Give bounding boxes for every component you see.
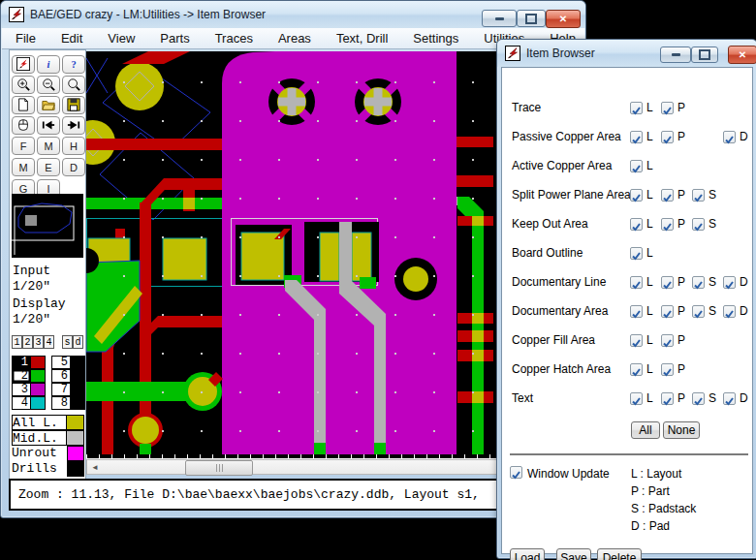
checkbox-text-s[interactable] <box>692 392 705 405</box>
close-button[interactable]: ✕ <box>546 10 581 28</box>
palette-swatch-4[interactable] <box>31 396 46 410</box>
toolbar-button-m-1[interactable]: M <box>37 137 60 155</box>
toolbar-button-prev-arrow[interactable] <box>37 116 60 135</box>
palette-number-3[interactable]: 3 <box>12 383 31 396</box>
palette-swatch-1[interactable] <box>31 356 46 369</box>
checkbox-passive-copper-area-l[interactable] <box>630 131 643 143</box>
checkbox-keep-out-area-p[interactable] <box>661 218 674 231</box>
board-overview-preview[interactable] <box>12 194 83 258</box>
dialog-minimize-button[interactable] <box>660 47 691 63</box>
load-button[interactable]: Load <box>510 548 545 560</box>
palette-swatch-5[interactable] <box>71 356 85 369</box>
checkbox-board-outline-l[interactable] <box>630 247 643 260</box>
scrollbar-thumb[interactable] <box>185 460 253 476</box>
palette-number-1[interactable]: 1 <box>12 356 31 369</box>
palette-number-7[interactable]: 7 <box>51 383 71 396</box>
checkbox-text-d[interactable] <box>723 392 736 405</box>
scroll-left-arrow-icon[interactable]: ◄ <box>87 460 103 474</box>
toolbar-button-zoom-out[interactable] <box>37 76 60 94</box>
grid-button-s[interactable]: s <box>62 335 73 349</box>
checkbox-documentary-area-l[interactable] <box>630 305 643 318</box>
minimize-button[interactable] <box>482 10 517 27</box>
checkbox-split-power-plane-area-s[interactable] <box>692 189 705 202</box>
checkbox-documentary-area-s[interactable] <box>692 305 705 318</box>
toolbar-button-d-5[interactable]: D <box>62 158 85 176</box>
checkbox-trace-l[interactable] <box>630 102 643 114</box>
checkbox-text-l[interactable] <box>630 392 643 405</box>
scale-button-2[interactable]: 2 <box>22 335 33 349</box>
maximize-button[interactable] <box>517 10 546 27</box>
menu-item-text-drill[interactable]: Text, Drill <box>336 31 388 46</box>
checkbox-copper-hatch-area-p[interactable] <box>661 363 674 376</box>
all-button[interactable]: All <box>631 421 660 439</box>
menu-item-areas[interactable]: Areas <box>278 31 311 46</box>
checkbox-split-power-plane-area-p[interactable] <box>661 189 674 202</box>
checkbox-documentary-line-p[interactable] <box>661 276 674 289</box>
palette-swatch-8[interactable] <box>71 396 85 410</box>
dialog-maximize-button[interactable] <box>691 47 718 63</box>
checkbox-passive-copper-area-p[interactable] <box>661 131 674 143</box>
checkbox-documentary-line-s[interactable] <box>692 276 705 289</box>
checkbox-documentary-area-d[interactable] <box>723 305 736 318</box>
toolbar-button-e-4[interactable]: E <box>37 158 60 176</box>
layer-swatch[interactable] <box>67 430 84 446</box>
palette-swatch-7[interactable] <box>71 383 85 396</box>
layer-swatch[interactable] <box>67 461 84 477</box>
checkbox-keep-out-area-s[interactable] <box>692 218 705 231</box>
palette-number-4[interactable]: 4 <box>12 396 31 410</box>
none-button[interactable]: None <box>663 421 700 439</box>
palette-number-2[interactable]: 2 <box>12 369 31 383</box>
layer-swatch[interactable] <box>67 415 84 430</box>
toolbar-button-help[interactable]: ? <box>62 55 85 74</box>
checkbox-active-copper-area-l[interactable] <box>630 160 643 172</box>
toolbar-button-f-0[interactable]: F <box>12 137 35 155</box>
toolbar-button-save-file[interactable] <box>62 96 85 114</box>
scale-button-3[interactable]: 3 <box>33 335 44 349</box>
menu-item-view[interactable]: View <box>108 31 135 46</box>
main-titlebar[interactable]: BAE/GED crazy - LM:Utilities -> Item Bro… <box>1 1 585 28</box>
checkbox-text-p[interactable] <box>661 392 674 405</box>
toolbar-button-new-file[interactable] <box>12 96 35 114</box>
scale-button-4[interactable]: 4 <box>44 335 54 349</box>
palette-swatch-3[interactable] <box>31 383 46 396</box>
menu-item-traces[interactable]: Traces <box>215 31 253 46</box>
palette-swatch-6[interactable] <box>71 369 85 383</box>
toolbar-button-h-2[interactable]: H <box>62 137 85 155</box>
toolbar-button-zoom-window[interactable] <box>62 76 85 94</box>
grid-button-d[interactable]: d <box>73 335 83 349</box>
checkbox-documentary-line-d[interactable] <box>723 276 736 289</box>
toolbar-button-zoom-in[interactable] <box>12 76 35 94</box>
toolbar-button-info[interactable]: i <box>37 55 60 74</box>
checkbox-copper-fill-area-l[interactable] <box>630 334 643 347</box>
menu-item-edit[interactable]: Edit <box>61 31 82 46</box>
checkbox-copper-fill-area-p[interactable] <box>661 334 674 347</box>
checkbox-keep-out-area-l[interactable] <box>630 218 643 231</box>
palette-number-5[interactable]: 5 <box>51 356 71 369</box>
checkbox-passive-copper-area-d[interactable] <box>723 131 736 143</box>
item-row-label-passive-copper-area: Passive Copper Area <box>512 130 621 143</box>
window-update-checkbox-box[interactable] <box>510 466 522 479</box>
checkbox-documentary-line-l[interactable] <box>630 276 643 289</box>
palette-swatch-2[interactable] <box>31 369 46 383</box>
palette-number-6[interactable]: 6 <box>51 369 71 383</box>
scale-button-1[interactable]: 1 <box>12 335 22 349</box>
layer-swatch[interactable] <box>67 446 84 461</box>
toolbar-button-bae-logo[interactable] <box>12 55 35 74</box>
checkbox-documentary-area-p[interactable] <box>661 305 674 318</box>
menu-item-settings[interactable]: Settings <box>413 31 458 46</box>
dialog-titlebar[interactable]: Item Browser ✕ <box>497 40 756 67</box>
toolbar-button-mouse[interactable] <box>12 116 35 135</box>
palette-number-8[interactable]: 8 <box>51 396 71 410</box>
save-button[interactable]: Save <box>556 548 591 560</box>
status-text: Zoom : 11.13, File D:\bae\baexx\baejobs\… <box>18 487 480 502</box>
delete-button[interactable]: Delete <box>597 548 642 560</box>
checkbox-split-power-plane-area-l[interactable] <box>630 189 643 202</box>
checkbox-trace-p[interactable] <box>661 102 674 114</box>
menu-item-file[interactable]: File <box>16 31 36 46</box>
toolbar-button-open-file[interactable] <box>37 96 60 114</box>
dialog-close-button[interactable]: ✕ <box>728 46 756 64</box>
menu-item-parts[interactable]: Parts <box>160 31 189 46</box>
toolbar-button-next-arrow[interactable] <box>62 116 85 135</box>
checkbox-copper-hatch-area-l[interactable] <box>630 363 643 376</box>
toolbar-button-m-3[interactable]: M <box>12 158 35 176</box>
